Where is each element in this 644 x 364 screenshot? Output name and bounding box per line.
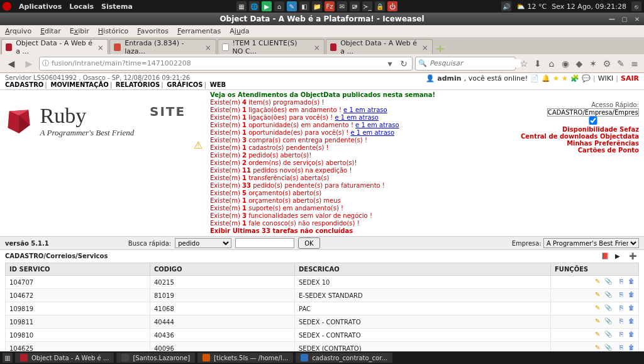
add-icon[interactable]: ➕: [629, 253, 639, 263]
status-badge-icon[interactable]: ★: [562, 74, 568, 82]
launcher-icon[interactable]: ⏻: [387, 1, 397, 11]
copy-icon[interactable]: ⎘: [614, 304, 623, 313]
browser-tab[interactable]: Object Data - A Web é a ...×: [1, 39, 108, 54]
browser-tab[interactable]: Object Data - A Web é a ...×: [326, 39, 433, 54]
delete-icon[interactable]: 🗑: [626, 344, 635, 351]
addon-icon[interactable]: ◆: [574, 58, 585, 69]
col-codigo[interactable]: CODIGO: [150, 263, 295, 276]
launcher-icon[interactable]: ▶: [262, 1, 272, 11]
notif-line[interactable]: Existe(m) 3 funcionalidades sem valor de…: [210, 212, 501, 220]
table-row[interactable]: 109811 40444 SEDEX - CONTRATO ✎ 📎 ⎘ 🗑: [6, 316, 639, 329]
tray-icon[interactable]: ⎋: [631, 1, 641, 11]
menu-relatorios[interactable]: RELATÓRIOS: [116, 81, 160, 88]
dropdown-icon[interactable]: ▾: [384, 58, 396, 69]
notif-line[interactable]: Existe(m) 1 cadastro(s) pendente(s) !: [210, 144, 501, 152]
quick-link[interactable]: Central de downloads Objectdata: [501, 133, 639, 140]
taskbar-button[interactable]: cadastro_contrato_cor...: [296, 353, 392, 363]
notif-line[interactable]: Existe(m) 2 ordem(ns) de serviço(s) aber…: [210, 159, 501, 167]
edit-icon[interactable]: ✎: [591, 291, 600, 300]
show-desktop-icon[interactable]: ▥: [3, 353, 13, 363]
wiki-link[interactable]: WIKI: [598, 74, 614, 82]
bookmark-icon[interactable]: ☆: [518, 58, 530, 69]
attach-icon[interactable]: 📎: [603, 304, 612, 313]
help-icon[interactable]: 📕: [601, 253, 611, 263]
menu-edit[interactable]: Editar: [40, 27, 61, 35]
weather[interactable]: ⛅ 12 °C: [516, 3, 547, 11]
attach-icon[interactable]: 📎: [603, 317, 612, 326]
search-text-input[interactable]: [235, 238, 294, 248]
edit-icon[interactable]: ✎: [591, 331, 600, 339]
delete-icon[interactable]: 🗑: [626, 304, 635, 313]
menu-view[interactable]: Exibir: [70, 27, 89, 35]
volume-icon[interactable]: 🔊: [501, 1, 511, 11]
empresa-select[interactable]: A Programmer's Best Friend: [543, 238, 639, 248]
menu-bookmarks[interactable]: Favoritos: [137, 27, 169, 35]
panel-menu-system[interactable]: Sistema: [101, 3, 133, 11]
video-icon[interactable]: ▶: [615, 253, 625, 263]
clock[interactable]: Sex 12 Ago, 09:21:28: [552, 3, 626, 11]
tab-close-icon[interactable]: ×: [314, 43, 320, 51]
addon-icon[interactable]: ⚙: [601, 58, 613, 69]
quick-access-checkbox[interactable]: [547, 117, 639, 125]
logout-link[interactable]: SAIR: [621, 74, 639, 82]
table-row[interactable]: 104672 81019 E-SEDEX STANDARD ✎ 📎 ⎘ 🗑: [6, 289, 639, 302]
notif-line[interactable]: Existe(m) 1 oportunidade(es) para você(s…: [210, 129, 501, 137]
launcher-icon[interactable]: ▦: [236, 1, 247, 11]
tab-close-icon[interactable]: ×: [97, 43, 104, 51]
search-type-select[interactable]: pedido: [175, 238, 231, 248]
notif-line[interactable]: Existe(m) 4 item(s) programado(s) !: [210, 99, 501, 106]
copy-icon[interactable]: ⎘: [614, 278, 623, 287]
copy-icon[interactable]: ⎘: [614, 291, 623, 300]
col-descricao[interactable]: DESCRICAO: [295, 263, 551, 276]
launcher-icon[interactable]: 🌐: [249, 1, 259, 11]
table-row[interactable]: 104625 40096 SEDEX (CONTRATO) ✎ 📎 ⎘ 🗑: [6, 342, 639, 352]
notif-line[interactable]: Existe(m) 1 oportunidade(s) em andamento…: [210, 122, 501, 129]
attach-icon[interactable]: 📎: [603, 291, 612, 300]
delete-icon[interactable]: 🗑: [626, 317, 635, 326]
home-icon[interactable]: ⌂: [546, 58, 557, 69]
notif-line[interactable]: Existe(m) 1 suporte(s) em andamento(s) !: [210, 205, 501, 212]
status-badge-icon[interactable]: 🧩: [570, 74, 579, 82]
notif-line[interactable]: Existe(m) 33 pedido(s) pendente(s) para …: [210, 182, 501, 190]
panel-menu-apps[interactable]: Aplicativos: [19, 3, 62, 11]
launcher-icon[interactable]: Fz: [325, 1, 335, 11]
quick-link[interactable]: Cartões de Ponto: [501, 147, 639, 154]
edit-icon[interactable]: ✎: [591, 317, 600, 326]
launcher-icon[interactable]: ◧: [299, 1, 309, 11]
url-input[interactable]: [52, 59, 382, 67]
attach-icon[interactable]: 📎: [603, 278, 612, 287]
menu-file[interactable]: Arquivo: [5, 27, 31, 35]
notif-line[interactable]: Existe(m) 1 fale conosco(s) não respondi…: [210, 220, 501, 227]
menu-help[interactable]: Ajuda: [230, 27, 249, 35]
forward-button[interactable]: ▶: [21, 56, 36, 71]
search-input[interactable]: [430, 59, 521, 67]
hamburger-icon[interactable]: ≡: [629, 58, 640, 69]
launcher-icon[interactable]: ✉: [337, 1, 347, 11]
notif-line[interactable]: Existe(m) 1 ligação(ões) para você(s) ! …: [210, 114, 501, 122]
addon-icon[interactable]: ✶: [587, 58, 599, 69]
copy-icon[interactable]: ⎘: [614, 331, 623, 339]
addon-icon[interactable]: ◉: [560, 58, 571, 69]
status-badge-icon[interactable]: 📄: [530, 74, 539, 82]
launcher-icon[interactable]: 🔒: [375, 1, 385, 11]
edit-icon[interactable]: ✎: [591, 344, 600, 351]
table-row[interactable]: 104707 40215 SEDEX 10 ✎ 📎 ⎘ 🗑: [6, 276, 639, 289]
status-badge-icon[interactable]: 🔔: [541, 74, 550, 82]
table-row[interactable]: 109810 40436 SEDEX - CONTRATO ✎ 📎 ⎘ 🗑: [6, 329, 639, 342]
taskbar-button[interactable]: [tickets.5ls — /home/l...: [197, 353, 293, 363]
addon-icon[interactable]: ✎: [615, 58, 626, 69]
menu-history[interactable]: Histórico: [98, 27, 128, 35]
launcher-icon[interactable]: 🖳: [350, 1, 360, 11]
menu-graficos[interactable]: GRÁFICOS: [167, 81, 203, 88]
back-button[interactable]: ◀: [4, 56, 19, 71]
menu-cadastro[interactable]: CADASTRO: [5, 81, 43, 88]
minimize-button[interactable]: —: [608, 14, 616, 23]
notif-line[interactable]: Existe(m) 3 compra(s) com entrega penden…: [210, 137, 501, 144]
site-identity-icon[interactable]: ⓘ: [42, 59, 49, 68]
delete-icon[interactable]: 🗑: [626, 291, 635, 300]
edit-icon[interactable]: ✎: [591, 278, 600, 287]
panel-menu-places[interactable]: Locais: [69, 3, 94, 11]
close-button[interactable]: ✕: [633, 14, 641, 23]
copy-icon[interactable]: ⎘: [614, 344, 623, 351]
tab-close-icon[interactable]: ×: [422, 43, 428, 51]
